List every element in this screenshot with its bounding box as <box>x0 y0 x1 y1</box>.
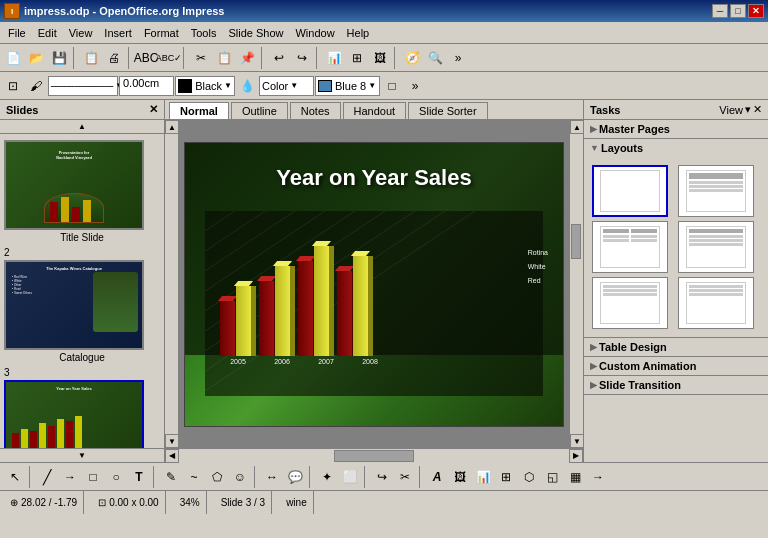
save-button[interactable]: 💾 <box>48 47 70 69</box>
text-tool[interactable]: T <box>128 466 150 488</box>
table-button[interactable]: ⊞ <box>346 47 368 69</box>
ellipse-tool[interactable]: ○ <box>105 466 127 488</box>
layout-title-content[interactable] <box>678 165 754 217</box>
cut-button[interactable]: ✂ <box>190 47 212 69</box>
rect-tool[interactable]: □ <box>82 466 104 488</box>
status-zoom[interactable]: 34% <box>174 491 207 514</box>
content-area: Normal Outline Notes Handout Slide Sorte… <box>165 100 583 462</box>
connector-tool[interactable]: ↔ <box>261 466 283 488</box>
insert-image-tool[interactable]: 🖼 <box>449 466 471 488</box>
layout-blank[interactable] <box>592 165 668 217</box>
arrow-tool[interactable]: → <box>59 466 81 488</box>
more2-button[interactable]: » <box>404 75 426 97</box>
layout-6[interactable] <box>678 277 754 329</box>
tab-normal[interactable]: Normal <box>169 102 229 119</box>
insert-chart-tool[interactable]: 📊 <box>472 466 494 488</box>
slides-scroll-down[interactable]: ▼ <box>0 448 164 462</box>
flowchart-tool[interactable]: ⬜ <box>339 466 361 488</box>
shadow-button[interactable]: □ <box>381 75 403 97</box>
slide-layout-button[interactable]: ⊡ <box>2 75 24 97</box>
left-scroll-down[interactable]: ▼ <box>165 434 179 448</box>
close-button[interactable]: ✕ <box>748 4 764 18</box>
menu-tools[interactable]: Tools <box>185 25 223 41</box>
spell-check2-button[interactable]: ABC✓ <box>158 47 180 69</box>
tab-notes[interactable]: Notes <box>290 102 341 119</box>
polygon-tool[interactable]: ⬠ <box>206 466 228 488</box>
font-style-dropdown[interactable]: ──────── ▼ <box>48 76 118 96</box>
redo-button[interactable]: ↪ <box>291 47 313 69</box>
insert-table-tool[interactable]: ⊞ <box>495 466 517 488</box>
select-tool[interactable]: ↖ <box>4 466 26 488</box>
undo-button[interactable]: ↩ <box>268 47 290 69</box>
menu-file[interactable]: File <box>2 25 32 41</box>
dimension-input[interactable]: 0.00cm <box>119 76 174 96</box>
gallery-button[interactable]: 🖼 <box>369 47 391 69</box>
layout-title-bar[interactable] <box>678 221 754 273</box>
stars-tool[interactable]: ✦ <box>316 466 338 488</box>
slides-close-button[interactable]: ✕ <box>149 103 158 116</box>
view-label[interactable]: View <box>719 104 743 116</box>
minimize-button[interactable]: ─ <box>712 4 728 18</box>
menu-window[interactable]: Window <box>289 25 340 41</box>
spell-check-button[interactable]: ABC <box>135 47 157 69</box>
fill-color-dropdown[interactable]: Blue 8 ▼ <box>315 76 380 96</box>
menu-view[interactable]: View <box>63 25 99 41</box>
fontwork-tool[interactable]: A <box>426 466 448 488</box>
table-design-header[interactable]: ▶ Table Design <box>584 338 768 356</box>
zoom-button[interactable]: 🔍 <box>424 47 446 69</box>
slide-item-2[interactable]: 2 The Kapaka Wines Catalogue • Red Wine … <box>4 247 160 363</box>
crop-tool[interactable]: ✂ <box>394 466 416 488</box>
custom-animation-header[interactable]: ▶ Custom Animation <box>584 357 768 375</box>
fill-style-dropdown[interactable]: Color ▼ <box>259 76 314 96</box>
paste-button[interactable]: 📌 <box>236 47 258 69</box>
maximize-button[interactable]: □ <box>730 4 746 18</box>
color-dropdown[interactable]: Black ▼ <box>175 76 235 96</box>
open-button[interactable]: 📂 <box>25 47 47 69</box>
slides-scroll-up[interactable]: ▲ <box>0 120 164 134</box>
slide-transition-header[interactable]: ▶ Slide Transition <box>584 376 768 394</box>
right-scroll-thumb[interactable] <box>571 224 581 259</box>
new-button[interactable]: 📄 <box>2 47 24 69</box>
freeform-tool[interactable]: ✎ <box>160 466 182 488</box>
more-button[interactable]: » <box>447 47 469 69</box>
callout-tool[interactable]: 💬 <box>284 466 306 488</box>
hscroll-thumb[interactable] <box>334 450 414 462</box>
export-pdf-button[interactable]: 📋 <box>80 47 102 69</box>
right-scroll-down[interactable]: ▼ <box>570 434 583 448</box>
symbol-tool[interactable]: ☺ <box>229 466 251 488</box>
hscroll-left[interactable]: ◀ <box>165 449 179 463</box>
line-tool[interactable]: ╱ <box>36 466 58 488</box>
tab-slide-sorter[interactable]: Slide Sorter <box>408 102 487 119</box>
slide-item-3[interactable]: 3 Year on Year Sales Sales <box>4 367 160 448</box>
master-pages-header[interactable]: ▶ Master Pages <box>584 120 768 138</box>
menu-help[interactable]: Help <box>341 25 376 41</box>
rotate-tool[interactable]: ↪ <box>371 466 393 488</box>
tasks-overflow[interactable]: ▾ <box>745 103 751 116</box>
layout-two-col[interactable] <box>592 221 668 273</box>
3d-objects-tool[interactable]: ⬡ <box>518 466 540 488</box>
menu-format[interactable]: Format <box>138 25 185 41</box>
copy-button[interactable]: 📋 <box>213 47 235 69</box>
eyedropper-button[interactable]: 💧 <box>236 75 258 97</box>
menu-insert[interactable]: Insert <box>98 25 138 41</box>
right-scroll-up[interactable]: ▲ <box>570 120 583 134</box>
navigator-button[interactable]: 🧭 <box>401 47 423 69</box>
align-tool[interactable]: ▦ <box>564 466 586 488</box>
chart-button[interactable]: 📊 <box>323 47 345 69</box>
menu-edit[interactable]: Edit <box>32 25 63 41</box>
layout-5[interactable] <box>592 277 668 329</box>
curve-tool[interactable]: ~ <box>183 466 205 488</box>
hscroll-right[interactable]: ▶ <box>569 449 583 463</box>
effects-tool[interactable]: ◱ <box>541 466 563 488</box>
layouts-header[interactable]: ▼ Layouts <box>584 139 768 157</box>
tab-order-tool[interactable]: → <box>587 466 609 488</box>
tab-handout[interactable]: Handout <box>343 102 407 119</box>
tasks-close[interactable]: ✕ <box>753 103 762 116</box>
slide-item-1[interactable]: Presentation forBackland Vineyard Title … <box>4 140 160 243</box>
slide-canvas[interactable]: Year on Year Sales <box>184 142 564 427</box>
menu-slideshow[interactable]: Slide Show <box>222 25 289 41</box>
left-scroll-up[interactable]: ▲ <box>165 120 179 134</box>
styles-button[interactable]: 🖌 <box>25 75 47 97</box>
tab-outline[interactable]: Outline <box>231 102 288 119</box>
print-button[interactable]: 🖨 <box>103 47 125 69</box>
